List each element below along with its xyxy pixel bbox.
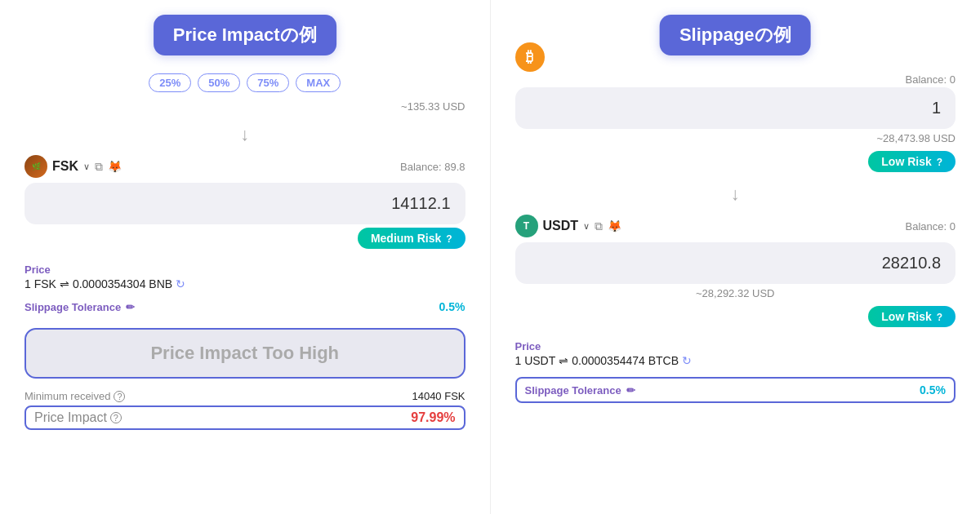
to-token-name-right: USDT: [543, 219, 579, 233]
slippage-edit-icon-left[interactable]: ✏: [126, 301, 135, 313]
percent-25-btn[interactable]: 25%: [149, 73, 191, 92]
percent-buttons-group: 25% 50% 75% MAX: [24, 73, 466, 92]
btc-usd-value: ~28,473.98 USD: [515, 132, 956, 144]
swap-arrows-icon-right: ⇌: [559, 354, 568, 367]
slippage-edit-icon-right[interactable]: ✏: [626, 384, 635, 397]
btc-amount-box[interactable]: 1: [515, 87, 956, 129]
to-token-caret-right: ∨: [583, 221, 590, 232]
balance-zero-right: Balance: 0: [515, 73, 956, 86]
price-impact-too-high-button: Price Impact Too High: [24, 328, 466, 379]
to-token-amount-left[interactable]: 14112.1: [24, 183, 466, 224]
price-impact-question: ?: [110, 412, 122, 423]
slippage-row-left: Slippage Tolerance ✏ 0.5%: [24, 300, 466, 313]
percent-75-btn[interactable]: 75%: [247, 73, 289, 92]
from-low-risk-question: ?: [937, 157, 942, 168]
from-usd-value: ~135.33 USD: [24, 100, 466, 113]
price-impact-row: Price Impact ? 97.99%: [24, 405, 466, 430]
right-panel: Slippageの例 ₿ Balance: 0 1 ~28,473.98 USD…: [491, 0, 981, 514]
min-received-label: Minimum received ?: [24, 390, 125, 402]
usdt-icon: T: [515, 215, 538, 237]
to-token-right-info: T USDT ∨ ⧉ 🦊: [515, 215, 622, 237]
to-token-balance-right: Balance: 0: [906, 220, 956, 233]
medium-risk-badge[interactable]: Medium Risk ?: [358, 228, 466, 249]
fox-icon-right[interactable]: 🦊: [608, 219, 621, 233]
min-received-question: ?: [114, 391, 125, 402]
price-impact-value: 97.99%: [411, 410, 455, 425]
min-received-value: 14040 FSK: [412, 390, 465, 402]
to-token-amount-right[interactable]: 28210.8: [515, 242, 956, 284]
swap-arrow-left: ↓: [24, 124, 466, 145]
refresh-icon-right[interactable]: ↻: [682, 354, 692, 367]
fox-icon-left[interactable]: 🦊: [108, 160, 122, 173]
to-token-name-left: FSK: [52, 159, 78, 174]
slippage-label-left: Slippage Tolerance ✏: [24, 301, 135, 313]
slippage-value-right: 0.5%: [920, 383, 946, 397]
from-low-risk-badge[interactable]: Low Risk ?: [868, 151, 956, 172]
swap-arrows-icon: ⇌: [60, 277, 69, 290]
price-impact-label: Price Impact ?: [34, 410, 122, 425]
price-value-left: 1 FSK ⇌ 0.0000354304 BNB ↻: [24, 277, 466, 290]
left-panel: Price Impactの例 25% 50% 75% MAX ~135.33 U…: [0, 0, 491, 514]
left-badge: Price Impactの例: [154, 15, 336, 55]
to-token-balance-left: Balance: 89.8: [400, 161, 466, 173]
price-label-right: Price: [515, 340, 956, 352]
copy-icon-right[interactable]: ⧉: [595, 219, 603, 233]
medium-risk-question: ?: [446, 233, 452, 245]
price-value-right: 1 USDT ⇌ 0.0000354474 BTCB ↻: [515, 354, 956, 367]
copy-icon-left[interactable]: ⧉: [95, 160, 103, 174]
fsk-icon: 🌿: [24, 155, 47, 178]
slippage-row-right: Slippage Tolerance ✏ 0.5%: [515, 377, 956, 403]
price-info-right: Price 1 USDT ⇌ 0.0000354474 BTCB ↻: [515, 340, 956, 367]
slippage-value-left: 0.5%: [439, 300, 466, 313]
btc-from-section: Balance: 0 1 ~28,473.98 USD: [515, 73, 956, 151]
usdt-usd-value: ~28,292.32 USD: [696, 287, 774, 299]
refresh-icon-left[interactable]: ↻: [176, 277, 185, 290]
price-info-left: Price 1 FSK ⇌ 0.0000354304 BNB ↻: [24, 264, 466, 290]
to-token-header-left: 🌿 FSK ∨ ⧉ 🦊 Balance: 89.8: [24, 155, 466, 178]
percent-50-btn[interactable]: 50%: [198, 73, 240, 92]
min-received-row: Minimum received ? 14040 FSK: [24, 390, 466, 402]
to-token-left-info: 🌿 FSK ∨ ⧉ 🦊: [24, 155, 122, 178]
slippage-label-right: Slippage Tolerance ✏: [525, 384, 635, 397]
left-from-section: 25% 50% 75% MAX ~135.33 USD: [24, 73, 466, 119]
right-badge: Slippageの例: [660, 15, 811, 55]
price-label-left: Price: [24, 264, 466, 276]
to-token-header-right: T USDT ∨ ⧉ 🦊 Balance: 0: [515, 215, 956, 237]
to-low-risk-badge[interactable]: Low Risk ?: [868, 306, 956, 327]
swap-arrow-right: ↓: [515, 184, 956, 205]
btc-circle-icon: ₿: [515, 42, 545, 72]
to-token-caret-left: ∨: [83, 162, 90, 172]
percent-max-btn[interactable]: MAX: [296, 73, 341, 92]
to-low-risk-question: ?: [937, 312, 942, 323]
